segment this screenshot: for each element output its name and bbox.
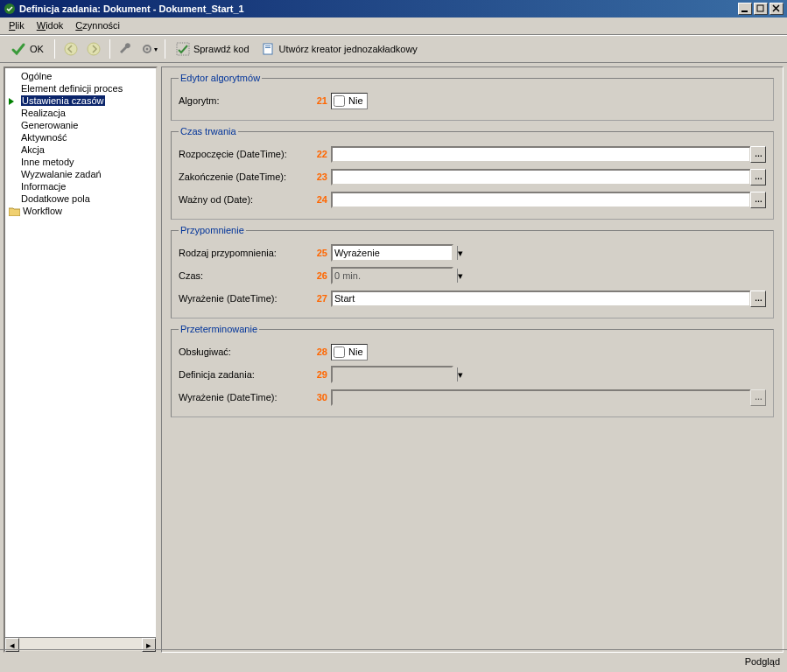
folder-icon [9,206,20,216]
menu-widok[interactable]: Widok [37,20,64,31]
tree-item-informacje[interactable]: Informacje [5,180,156,192]
check-icon [11,41,26,57]
tree-item-inne-metody[interactable]: Inne metody [5,156,156,168]
num-28: 28 [310,346,327,357]
tree-item-workflow[interactable]: Workflow [5,205,156,217]
num-24: 24 [310,194,327,205]
tree-item-aktywnosc[interactable]: Aktywność [5,131,156,144]
svg-rect-2 [757,5,763,11]
rozpoczecie-picker[interactable]: … [750,146,766,163]
legend-przypomnienie: Przypomnienie [179,225,246,235]
num-30: 30 [310,392,327,402]
label-wyrazenie-2: Wyrażenie (DateTime): [179,392,310,402]
legend-czas-trwania: Czas trwania [179,126,238,136]
status-podglad: Podgląd [745,656,780,667]
tree-item-ustawienia-czasow[interactable]: Ustawienia czasów [5,94,156,107]
app-icon [4,3,16,15]
num-23: 23 [310,172,327,182]
tree-item-akcja[interactable]: Akcja [5,144,156,156]
num-26: 26 [310,270,327,281]
num-22: 22 [310,149,327,159]
label-wazny-od: Ważny od (Date): [179,194,310,205]
svg-rect-1 [741,10,748,12]
label-czas: Czas: [179,270,310,281]
tree-item-realizacja[interactable]: Realizacja [5,107,156,119]
legend-przeterminowanie: Przeterminowanie [179,324,259,334]
wyrazenie-2-input [331,389,751,406]
tree-item-generowanie[interactable]: Generowanie [5,119,156,131]
menubar: Plik Widok Czynności [0,18,787,35]
nav-forward-button[interactable] [83,38,104,60]
svg-point-3 [65,43,77,55]
ok-button[interactable]: OK [5,38,49,60]
num-21: 21 [310,95,327,106]
czas-combo: ▾ [331,267,453,284]
close-button[interactable] [769,3,783,15]
rodzaj-przyp-combo[interactable]: ▾ [331,244,453,262]
tree-item-dodatkowe-pola[interactable]: Dodatkowe pola [5,192,156,205]
algorytm-checkbox-wrap[interactable]: Nie [331,93,368,109]
zakonczenie-input[interactable] [331,169,751,186]
svg-point-6 [145,48,148,51]
maximize-button[interactable] [754,3,768,15]
legend-edytor: Edytor algorytmów [179,73,262,83]
group-przeterminowanie: Przeterminowanie Obsługiwać: 28 Nie Defi… [171,324,774,417]
nav-back-button[interactable] [60,38,81,60]
algorytm-checkbox[interactable] [334,95,345,107]
definicja-input [333,368,457,382]
wizard-icon [262,42,276,56]
chevron-down-icon: ▾ [457,368,463,382]
label-wyrazenie: Wyrażenie (DateTime): [179,293,310,304]
zakonczenie-picker[interactable]: … [750,169,766,186]
num-27: 27 [310,293,327,304]
wazny-od-input[interactable] [331,192,751,208]
svg-rect-10 [265,47,271,48]
label-rozpoczecie: Rozpoczęcie (DateTime): [179,149,310,159]
window-title: Definicja zadania: Dokument - Dokument_S… [19,4,738,14]
obslugiwac-checkbox[interactable] [334,346,345,358]
label-rodzaj-przyp: Rodzaj przypomnienia: [179,248,310,258]
num-25: 25 [310,248,327,258]
group-czas-trwania: Czas trwania Rozpoczęcie (DateTime): 22 … [171,126,774,220]
utworz-kreator-label: Utwórz kreator jednozakładkowy [279,44,418,54]
svg-rect-8 [264,44,272,54]
label-zakonczenie: Zakończenie (DateTime): [179,172,310,182]
chevron-down-icon: ▾ [457,269,463,283]
wyrazenie-input[interactable] [331,290,751,307]
tree-item-element-definicji[interactable]: Element definicji proces [5,82,156,94]
algorytm-check-label: Nie [348,95,363,106]
tree: Ogólne Element definicji proces Ustawien… [5,68,156,637]
tree-item-ogolne[interactable]: Ogólne [5,70,156,82]
minimize-button[interactable] [738,3,752,15]
tool-gear-button[interactable]: ▾ [138,38,159,60]
rodzaj-przyp-input[interactable] [333,246,457,260]
utworz-kreator-button[interactable]: Utwórz kreator jednozakładkowy [256,38,423,60]
menu-czynnosci[interactable]: Czynności [75,20,120,31]
statusbar: Podgląd [0,649,787,672]
group-przypomnienie: Przypomnienie Rodzaj przypomnienia: 25 ▾… [171,225,774,318]
num-29: 29 [310,369,327,380]
svg-point-4 [88,43,100,55]
wyrazenie-picker[interactable]: … [750,290,766,307]
sprawdz-kod-label: Sprawdź kod [193,44,249,54]
group-edytor-algorytmow: Edytor algorytmów Algorytm: 21 Nie [171,73,774,121]
label-definicja-zadania: Definicja zadania: [179,369,310,380]
chevron-down-icon[interactable]: ▾ [457,246,463,260]
wazny-od-picker[interactable]: … [750,192,766,208]
tree-item-wyzwalanie[interactable]: Wyzwalanie zadań [5,168,156,180]
obslugiwac-checkbox-wrap[interactable]: Nie [331,344,368,360]
menu-plik[interactable]: Plik [9,20,25,31]
label-obslugiwac: Obsługiwać: [179,346,310,357]
titlebar: Definicja zadania: Dokument - Dokument_S… [0,0,787,18]
ok-label: OK [30,44,44,54]
rozpoczecie-input[interactable] [331,146,751,163]
wyrazenie-2-picker: … [750,389,766,406]
toolbar: OK ▾ Sprawdź kod Utwórz kreator jednozak… [0,35,787,63]
svg-rect-9 [265,46,271,46]
sprawdz-kod-button[interactable]: Sprawdź kod [171,38,255,60]
svg-rect-7 [177,43,189,55]
main-panel: Edytor algorytmów Algorytm: 21 Nie Czas … [161,66,783,653]
sidebar: Ogólne Element definicji proces Ustawien… [4,66,158,653]
label-algorytm: Algorytm: [179,95,310,106]
tool-wrench-button[interactable] [116,38,137,60]
